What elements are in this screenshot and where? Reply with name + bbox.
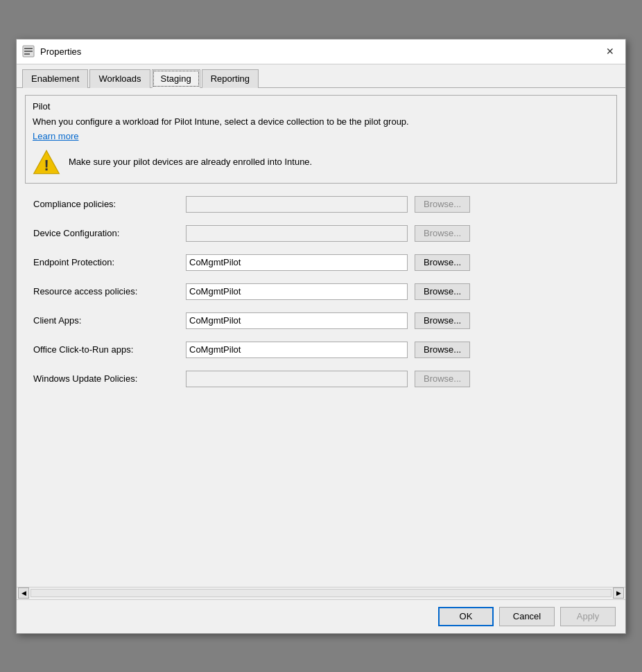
tab-workloads[interactable]: Workloads <box>89 69 150 88</box>
device-configuration-row: Device Configuration: Browse... <box>33 225 609 242</box>
tab-reporting[interactable]: Reporting <box>202 69 259 88</box>
properties-icon <box>22 45 35 58</box>
office-click-to-run-browse[interactable]: Browse... <box>415 342 470 358</box>
windows-update-browse[interactable]: Browse... <box>415 371 470 387</box>
office-click-to-run-row: Office Click-to-Run apps: Browse... <box>33 342 609 358</box>
pilot-description: When you configure a workload for Pilot … <box>33 116 609 128</box>
compliance-policies-browse[interactable]: Browse... <box>415 196 470 213</box>
warning-icon: ! <box>33 148 60 176</box>
client-apps-input[interactable] <box>186 312 408 329</box>
windows-update-row: Windows Update Policies: Browse... <box>33 371 609 387</box>
resource-access-input[interactable] <box>186 283 408 300</box>
device-configuration-browse[interactable]: Browse... <box>415 225 470 242</box>
windows-update-label: Windows Update Policies: <box>33 373 179 384</box>
resource-access-row: Resource access policies: Browse... <box>33 283 609 300</box>
device-configuration-input[interactable] <box>186 225 408 242</box>
properties-dialog: Properties ✕ Enablement Workloads Stagin… <box>16 39 626 634</box>
scroll-left-button[interactable]: ◀ <box>18 587 29 599</box>
dialog-title: Properties <box>40 46 81 57</box>
tab-staging[interactable]: Staging <box>152 69 200 88</box>
close-button[interactable]: ✕ <box>600 43 620 60</box>
compliance-policies-input[interactable] <box>186 196 408 213</box>
tab-bar: Enablement Workloads Staging Reporting <box>17 64 625 88</box>
title-bar: Properties ✕ <box>17 39 625 64</box>
pilot-title: Pilot <box>33 101 609 112</box>
title-bar-left: Properties <box>22 45 81 58</box>
dialog-footer: OK Cancel Apply <box>17 599 625 633</box>
svg-text:!: ! <box>44 156 49 173</box>
compliance-policies-row: Compliance policies: Browse... <box>33 196 609 213</box>
windows-update-input[interactable] <box>186 371 408 387</box>
svg-rect-2 <box>24 51 33 52</box>
fields-area: Compliance policies: Browse... Device Co… <box>25 191 617 405</box>
pilot-section: Pilot When you configure a workload for … <box>25 95 617 184</box>
svg-rect-1 <box>24 48 33 49</box>
warning-text: Make sure your pilot devices are already… <box>69 157 312 167</box>
tab-enablement[interactable]: Enablement <box>22 69 88 88</box>
scroll-area[interactable]: Pilot When you configure a workload for … <box>17 88 625 587</box>
endpoint-protection-browse[interactable]: Browse... <box>415 254 470 271</box>
ok-button[interactable]: OK <box>438 607 494 626</box>
horizontal-scrollbar: ◀ ▶ <box>17 587 625 599</box>
warning-box: ! Make sure your pilot devices are alrea… <box>33 148 609 176</box>
scroll-right-button[interactable]: ▶ <box>613 587 624 599</box>
device-configuration-label: Device Configuration: <box>33 228 179 238</box>
resource-access-label: Resource access policies: <box>33 286 179 297</box>
learn-more-link[interactable]: Learn more <box>33 131 78 141</box>
endpoint-protection-input[interactable] <box>186 254 408 271</box>
apply-button[interactable]: Apply <box>560 607 616 626</box>
resource-access-browse[interactable]: Browse... <box>415 283 470 300</box>
endpoint-protection-row: Endpoint Protection: Browse... <box>33 254 609 271</box>
office-click-to-run-input[interactable] <box>186 342 408 358</box>
client-apps-browse[interactable]: Browse... <box>415 312 470 329</box>
scroll-track[interactable] <box>31 589 611 597</box>
client-apps-label: Client Apps: <box>33 315 179 326</box>
office-click-to-run-label: Office Click-to-Run apps: <box>33 344 179 355</box>
client-apps-row: Client Apps: Browse... <box>33 312 609 329</box>
endpoint-protection-label: Endpoint Protection: <box>33 257 179 267</box>
cancel-button[interactable]: Cancel <box>499 607 555 626</box>
svg-rect-3 <box>24 53 30 55</box>
tab-content: Pilot When you configure a workload for … <box>17 88 625 599</box>
compliance-policies-label: Compliance policies: <box>33 199 179 209</box>
